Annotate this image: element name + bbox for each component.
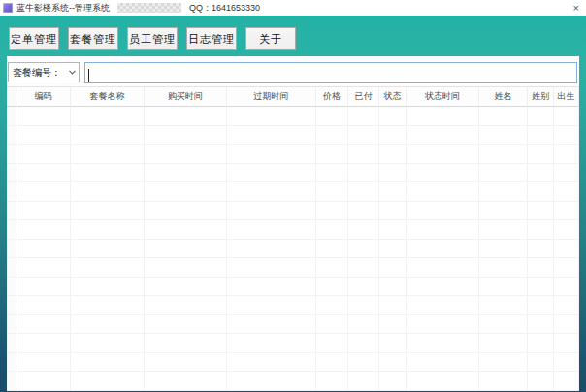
package-number-select[interactable]: 套餐编号： <box>8 62 80 82</box>
table-cell <box>145 353 227 373</box>
table-cell <box>528 220 554 240</box>
table-cell <box>528 353 554 373</box>
table-cell <box>348 107 379 126</box>
table-cell <box>145 258 227 278</box>
table-cell <box>479 334 528 353</box>
toolbar-button-employee-mgmt[interactable]: 员工管理 <box>127 27 178 50</box>
search-input[interactable] <box>84 62 577 83</box>
table-cell <box>528 145 554 164</box>
table-cell <box>348 126 379 146</box>
table-cell <box>554 258 579 278</box>
column-header-birth[interactable]: 出生 <box>554 87 579 107</box>
table-cell <box>479 220 528 240</box>
table-cell <box>554 202 579 221</box>
table-cell <box>227 202 316 221</box>
table-cell <box>407 126 479 146</box>
table-cell <box>479 145 528 164</box>
table-row <box>7 145 579 164</box>
table-cell <box>528 164 554 183</box>
table-cell <box>379 164 407 183</box>
close-button[interactable]: × <box>573 1 579 15</box>
table-cell <box>479 372 528 391</box>
table-cell <box>407 107 479 126</box>
table-cell <box>316 278 348 297</box>
table-cell <box>227 334 316 353</box>
column-header-paid[interactable]: 已付 <box>348 87 379 107</box>
table-cell <box>407 145 479 164</box>
table-cell <box>379 334 407 353</box>
column-header-buy-time[interactable]: 购买时间 <box>145 87 227 107</box>
table-cell <box>316 296 348 315</box>
table-cell <box>407 296 479 315</box>
table-cell <box>379 258 407 278</box>
table-cell <box>71 126 145 146</box>
redacted-region <box>117 3 181 13</box>
table-cell <box>379 278 407 297</box>
table-cell <box>16 145 71 164</box>
table-cell <box>16 240 71 259</box>
toolbar-button-order-mgmt[interactable]: 定单管理 <box>9 27 59 50</box>
row-header-cell <box>7 353 16 373</box>
table-cell <box>348 296 379 315</box>
row-header-cell <box>7 202 16 221</box>
table-cell <box>16 353 71 373</box>
table-cell <box>348 258 379 278</box>
column-header-expire-time[interactable]: 过期时间 <box>227 87 316 107</box>
table-cell <box>227 107 316 126</box>
table-cell <box>407 315 479 335</box>
table-cell <box>528 296 554 315</box>
table-row <box>7 182 579 202</box>
column-header-code[interactable]: 编码 <box>16 87 71 107</box>
table-cell <box>479 258 528 278</box>
qq-contact-label: QQ：1641653330 <box>189 2 260 15</box>
table-cell <box>554 315 579 335</box>
table-cell <box>479 164 528 183</box>
table-row <box>7 202 579 221</box>
column-header-status[interactable]: 状态 <box>379 87 407 107</box>
column-header-package[interactable]: 套餐名称 <box>71 87 145 107</box>
select-all-cell[interactable] <box>7 87 16 107</box>
row-header-cell <box>7 315 16 335</box>
table-cell <box>554 164 579 183</box>
row-header-cell <box>7 278 16 297</box>
table-cell <box>71 107 145 126</box>
table-cell <box>479 107 528 126</box>
table-cell <box>71 202 145 221</box>
table-cell <box>479 182 528 202</box>
table-row <box>7 107 579 126</box>
table-cell <box>16 372 71 391</box>
table-row <box>7 372 579 391</box>
table-cell <box>479 296 528 315</box>
table-cell <box>379 372 407 391</box>
column-header-name[interactable]: 姓名 <box>479 87 528 107</box>
column-header-gender[interactable]: 姓别 <box>528 87 554 107</box>
table-cell <box>316 164 348 183</box>
table-cell <box>227 296 316 315</box>
row-header-cell <box>7 258 16 278</box>
table-cell <box>407 372 479 391</box>
row-header-cell <box>7 334 16 353</box>
column-header-status-time[interactable]: 状态时间 <box>407 87 479 107</box>
table-cell <box>16 278 71 297</box>
table-cell <box>16 182 71 202</box>
row-header-cell <box>7 296 16 315</box>
toolbar-button-about[interactable]: 关于 <box>245 27 296 50</box>
data-grid[interactable]: 编码 套餐名称 购买时间 过期时间 价格 已付 状态 状态时间 姓名 姓别 出生 <box>7 86 579 391</box>
toolbar-button-log-mgmt[interactable]: 日志管理 <box>186 27 237 50</box>
table-row <box>7 334 579 353</box>
toolbar: 定单管理 套餐管理 员工管理 日志管理 关于 <box>7 16 579 56</box>
table-cell <box>227 315 316 335</box>
table-cell <box>528 278 554 297</box>
combo-selected-value: 套餐编号： <box>13 66 69 80</box>
table-row <box>7 315 579 335</box>
table-cell <box>379 107 407 126</box>
table-row <box>7 353 579 373</box>
column-header-price[interactable]: 价格 <box>316 87 348 107</box>
table-cell <box>528 258 554 278</box>
table-cell <box>479 278 528 297</box>
table-cell <box>348 334 379 353</box>
table-cell <box>145 164 227 183</box>
table-cell <box>554 145 579 164</box>
toolbar-button-package-mgmt[interactable]: 套餐管理 <box>68 27 118 50</box>
table-cell <box>227 145 316 164</box>
